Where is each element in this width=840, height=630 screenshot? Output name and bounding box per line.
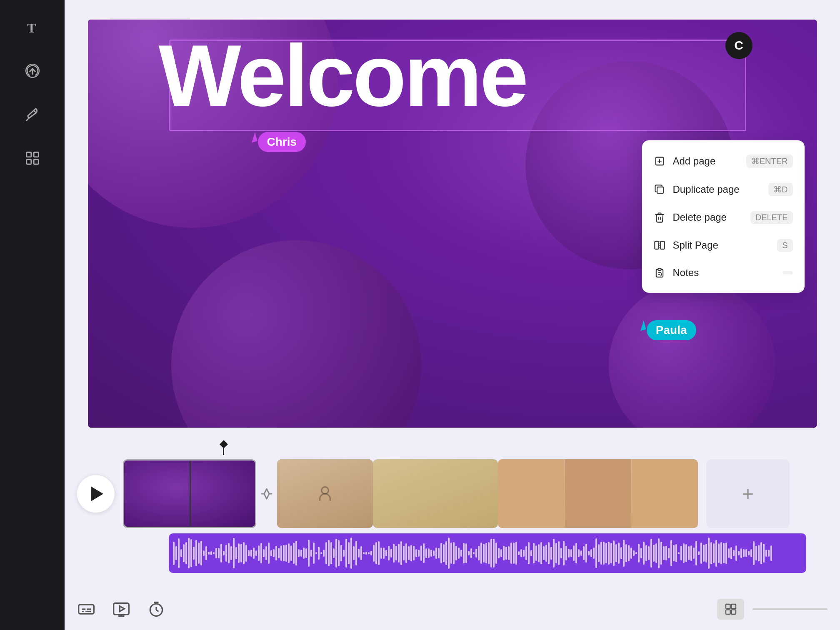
waveform-bar: [225, 545, 227, 562]
waveform-bar: [373, 545, 375, 561]
waveform-bar: [428, 548, 430, 558]
upload-icon[interactable]: [22, 60, 43, 81]
waveform-bar: [210, 551, 212, 555]
waveform-bar: [658, 538, 660, 568]
waveform-bar: [173, 542, 175, 565]
waveform-bar: [235, 547, 237, 559]
waveform-bar: [418, 550, 420, 556]
notes-menu-item[interactable]: Notes: [642, 259, 805, 286]
waveform-bar: [480, 543, 482, 564]
waveform-bar: [588, 551, 590, 555]
svg-rect-15: [658, 268, 661, 270]
waveform-bar: [200, 541, 202, 566]
waveform-bar: [263, 549, 265, 557]
waveform-bar: [505, 547, 507, 560]
grid-toggle[interactable]: [717, 599, 744, 620]
waveform-bar: [673, 545, 675, 562]
waveform-bar: [678, 552, 680, 554]
waveform-bar: [408, 546, 410, 560]
waveform-bar: [670, 540, 672, 566]
waveform-bar: [230, 546, 232, 560]
clip-2[interactable]: [277, 459, 373, 528]
waveform-bar: [680, 546, 682, 560]
add-icon: +: [742, 482, 754, 505]
play-button[interactable]: [77, 475, 115, 513]
shape-ball-4: [609, 282, 775, 428]
waveform-bar: [695, 541, 697, 565]
waveform-bar: [320, 552, 322, 554]
delete-page-menu-item[interactable]: Delete page DELETE: [642, 204, 805, 232]
waveform-bar: [398, 544, 400, 562]
welcome-text[interactable]: Welcome: [159, 32, 750, 120]
clip-4-inner: [498, 459, 698, 528]
waveform-bar: [338, 540, 340, 566]
waveform-bar: [478, 546, 480, 560]
split-page-menu-item[interactable]: Split Page S: [642, 232, 805, 259]
delete-page-shortcut: DELETE: [750, 211, 793, 224]
waveform-bar: [175, 546, 177, 560]
waveform-bar: [558, 541, 560, 565]
waveform-bar: [653, 545, 655, 562]
svg-rect-19: [79, 605, 94, 614]
duplicate-page-label: Duplicate page: [673, 184, 740, 195]
waveform-bar: [470, 548, 472, 558]
svg-rect-5: [34, 152, 38, 157]
paula-cursor-label: Paula: [639, 320, 696, 340]
add-clip-button[interactable]: +: [706, 459, 790, 528]
delete-page-label: Delete page: [673, 212, 727, 223]
clip-3[interactable]: [373, 459, 498, 528]
timer-icon[interactable]: [147, 600, 165, 618]
waveform-bar: [243, 542, 245, 564]
clip-1[interactable]: [123, 459, 256, 528]
waveform-bar: [260, 543, 262, 563]
bottom-right-tools: [717, 599, 828, 620]
main-area: Welcome C Chris Paula: [65, 0, 840, 630]
clip-transition-1[interactable]: [256, 459, 277, 528]
waveform-bar: [300, 550, 302, 556]
waveform-bar: [608, 542, 610, 565]
waveform-bar: [540, 542, 542, 565]
clips-container: +: [123, 457, 828, 530]
waveform-bar: [203, 550, 205, 556]
clip-4[interactable]: [498, 459, 698, 528]
waveform-bar: [293, 543, 295, 563]
preview-icon[interactable]: [112, 600, 130, 618]
waveform-bar: [705, 544, 707, 562]
waveform-bar: [615, 544, 617, 562]
waveform-bar: [365, 552, 367, 555]
waveform-bar: [555, 543, 557, 563]
waveform-bar: [603, 542, 605, 565]
waveform-bar: [630, 548, 632, 559]
waveform-bar: [448, 538, 450, 569]
waveform-bar: [395, 546, 397, 560]
waveform-bar: [360, 546, 362, 560]
audio-track[interactable]: [169, 533, 806, 573]
text-icon[interactable]: T: [22, 17, 43, 37]
svg-rect-7: [34, 159, 38, 164]
waveform-bar: [308, 540, 310, 567]
add-page-menu-item[interactable]: Add page ⌘ENTER: [642, 147, 805, 175]
video-canvas[interactable]: Welcome C Chris Paula: [88, 20, 817, 428]
waveform-bar: [213, 552, 215, 554]
waveform-bar: [283, 545, 285, 562]
waveform-bar: [683, 543, 685, 563]
captions-icon[interactable]: [77, 600, 95, 618]
duplicate-page-menu-item[interactable]: Duplicate page ⌘D: [642, 175, 805, 204]
waveform-bar: [698, 551, 700, 555]
notes-icon: [654, 267, 665, 279]
waveform-bar: [435, 548, 437, 559]
waveform-bar: [643, 542, 645, 564]
waveform-bar: [343, 550, 345, 557]
zoom-slider[interactable]: [752, 608, 828, 610]
grid-icon[interactable]: [22, 148, 43, 169]
pen-icon[interactable]: [22, 104, 43, 125]
waveform-bar: [583, 546, 585, 560]
waveform-bar: [465, 543, 467, 563]
waveform-bar: [185, 542, 187, 564]
waveform-bar: [570, 549, 572, 557]
waveform-bar: [538, 544, 540, 562]
waveform-bar: [725, 543, 727, 564]
waveform-bar: [548, 542, 550, 565]
waveform-bar: [543, 546, 545, 560]
waveform-bar: [723, 543, 725, 563]
